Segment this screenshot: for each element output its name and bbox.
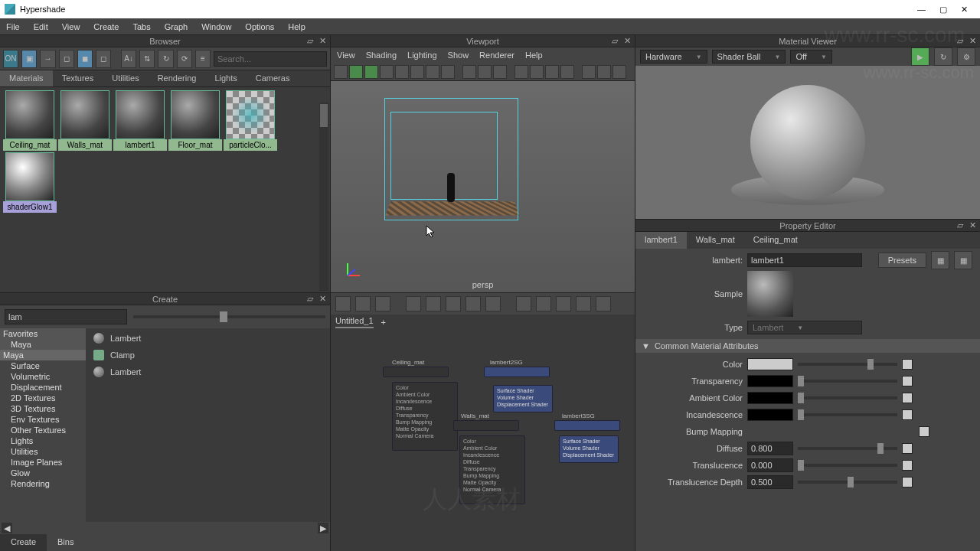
menu-options[interactable]: Options (245, 22, 274, 31)
node-type-item[interactable]: Clamp (87, 347, 328, 364)
tree-item[interactable]: Maya (0, 350, 86, 360)
vp-tool-button[interactable] (462, 65, 476, 79)
shader-node[interactable]: ColorAmbient ColorIncandescenceDiffuseTr… (392, 382, 458, 451)
refresh-button[interactable]: ↻ (934, 47, 952, 66)
tree-item[interactable]: Displacement (0, 382, 86, 393)
minimize-button[interactable]: — (917, 5, 926, 15)
graph-tool-button[interactable] (516, 296, 531, 311)
attr-slider[interactable] (798, 363, 897, 366)
graph-tool-button[interactable] (355, 296, 371, 311)
graph-tab[interactable]: Untitled_1 (335, 316, 374, 328)
show-button[interactable]: ▦ (931, 251, 949, 269)
material-swatch[interactable]: Floor_mat (168, 90, 222, 151)
map-button[interactable] (919, 426, 929, 437)
vp-menu-show[interactable]: Show (448, 51, 469, 60)
attr-value[interactable] (747, 475, 793, 489)
tab-lights[interactable]: Lights (205, 70, 246, 86)
vp-menu-help[interactable]: Help (525, 51, 543, 60)
viewport-canvas[interactable]: persp (331, 81, 635, 292)
menu-graph[interactable]: Graph (165, 22, 188, 31)
play-button[interactable]: ▶ (911, 47, 929, 66)
menu-view[interactable]: View (62, 22, 80, 31)
vp-tool-button[interactable] (514, 65, 528, 79)
graph-tool-button[interactable] (406, 296, 421, 311)
attr-slider[interactable] (798, 413, 897, 416)
graph-tool-button[interactable] (335, 296, 351, 311)
prop-tab[interactable]: Walls_mat (687, 232, 744, 249)
close-icon[interactable]: ✕ (968, 221, 977, 230)
restore-icon[interactable]: ▱ (305, 37, 315, 46)
map-button[interactable] (902, 443, 913, 454)
graph-tool-button[interactable] (426, 296, 441, 311)
graph-tool-button[interactable] (466, 296, 481, 311)
vp-tool-button[interactable] (612, 65, 626, 79)
tab-create[interactable]: Create (0, 534, 47, 551)
vp-tool-button[interactable] (426, 65, 439, 79)
name-field[interactable] (747, 253, 862, 267)
graph-tool-button[interactable] (485, 296, 501, 311)
sg-node[interactable] (484, 367, 550, 377)
refresh-button[interactable]: ↻ (158, 50, 173, 68)
restore-icon[interactable]: ▱ (305, 295, 315, 304)
select-mode-button[interactable]: ▣ (21, 50, 37, 68)
shader-node[interactable] (383, 367, 449, 377)
attr-slider[interactable] (798, 447, 897, 450)
color-swatch[interactable] (747, 358, 793, 370)
color-swatch[interactable] (747, 409, 793, 421)
vp-tool-button[interactable] (334, 65, 348, 79)
map-button[interactable] (902, 376, 913, 386)
restore-icon[interactable]: ▱ (956, 37, 965, 46)
tree-item[interactable]: Glow (0, 468, 86, 478)
graph-canvas[interactable]: Ceiling_mat ColorAmbient ColorIncandesce… (331, 330, 635, 551)
tree-item[interactable]: Other Textures (0, 425, 86, 435)
menu-create[interactable]: Create (93, 22, 119, 31)
menu-tabs[interactable]: Tabs (132, 22, 150, 31)
search-input[interactable] (214, 51, 327, 67)
vp-menu-view[interactable]: View (337, 51, 355, 60)
tree-item[interactable]: Env Textures (0, 414, 86, 425)
tab-bins[interactable]: Bins (47, 534, 84, 551)
matviewer-canvas[interactable]: www.rr-sc.com (635, 66, 980, 219)
tree-item[interactable]: Image Planes (0, 457, 86, 468)
close-icon[interactable]: ✕ (622, 37, 632, 46)
graph-tool-button[interactable] (375, 296, 390, 311)
shader-node[interactable] (453, 420, 519, 431)
tab-utilities[interactable]: Utilities (103, 70, 148, 86)
lighting-select[interactable]: Off (790, 50, 831, 64)
material-swatch[interactable]: Ceiling_mat (3, 90, 57, 151)
h-scrollbar[interactable]: ◀▶ (0, 522, 330, 534)
sg-node[interactable] (554, 420, 620, 431)
tab-cameras[interactable]: Cameras (247, 70, 299, 86)
vp-tool-button[interactable] (545, 65, 559, 79)
vp-tool-button[interactable] (380, 65, 394, 79)
tree-item[interactable]: Rendering (0, 478, 86, 489)
map-button[interactable] (902, 409, 913, 420)
renderer-select[interactable]: Hardware (640, 50, 707, 64)
vp-tool-button[interactable] (597, 65, 611, 79)
size-slider[interactable] (133, 315, 325, 318)
hide-button[interactable]: ▦ (954, 251, 972, 269)
close-icon[interactable]: ✕ (318, 37, 327, 46)
color-swatch[interactable] (747, 392, 793, 404)
attr-value[interactable] (747, 458, 793, 472)
vp-tool-button[interactable] (493, 65, 507, 79)
close-icon[interactable]: ✕ (318, 295, 327, 304)
tree-item[interactable]: Utilities (0, 446, 86, 457)
vp-tool-button[interactable] (364, 65, 378, 79)
menu-window[interactable]: Window (201, 22, 231, 31)
vp-tool-button[interactable] (441, 65, 455, 79)
restore-icon[interactable]: ▱ (610, 37, 619, 46)
attr-slider[interactable] (798, 380, 897, 383)
map-button[interactable] (902, 359, 913, 370)
vp-tool-button[interactable] (530, 65, 544, 79)
tool-button[interactable]: ◻ (96, 50, 111, 68)
material-swatch[interactable]: lambert1 (113, 90, 167, 151)
attr-slider[interactable] (798, 396, 897, 399)
attr-value[interactable] (747, 442, 793, 455)
tool-button[interactable]: ≡ (195, 50, 211, 68)
tree-item[interactable]: 2D Textures (0, 393, 86, 403)
tool-button[interactable]: ◻ (59, 50, 74, 68)
prop-tab[interactable]: lambert1 (635, 232, 687, 249)
color-swatch[interactable] (747, 375, 793, 387)
tree-item[interactable]: Lights (0, 435, 86, 446)
